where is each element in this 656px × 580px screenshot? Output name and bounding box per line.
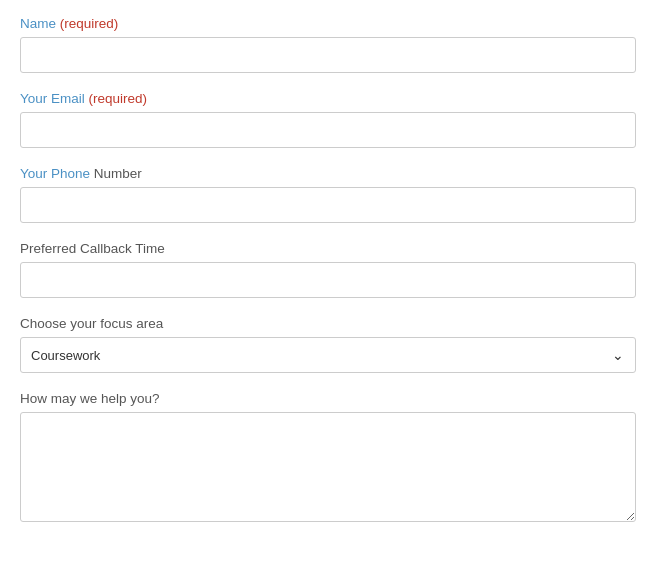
help-label-text: How may we help you? xyxy=(20,391,160,406)
email-required-text: (required) xyxy=(85,91,147,106)
name-field-group: Name (required) xyxy=(20,16,636,73)
name-required-text: (required) xyxy=(56,16,118,31)
help-textarea[interactable] xyxy=(20,412,636,522)
phone-input[interactable] xyxy=(20,187,636,223)
focus-select-wrapper: Coursework Exams Research Other ⌄ xyxy=(20,337,636,373)
focus-field-group: Choose your focus area Coursework Exams … xyxy=(20,316,636,373)
callback-field-group: Preferred Callback Time xyxy=(20,241,636,298)
name-label-text: Name xyxy=(20,16,56,31)
phone-label: Your Phone Number xyxy=(20,166,636,181)
focus-select[interactable]: Coursework Exams Research Other xyxy=(20,337,636,373)
focus-label-text: Choose your focus area xyxy=(20,316,163,331)
phone-label-prefix: Your Phone xyxy=(20,166,90,181)
phone-label-suffix: Number xyxy=(90,166,142,181)
email-field-group: Your Email (required) xyxy=(20,91,636,148)
email-label: Your Email (required) xyxy=(20,91,636,106)
email-label-text: Your Email xyxy=(20,91,85,106)
help-field-group: How may we help you? xyxy=(20,391,636,526)
name-label: Name (required) xyxy=(20,16,636,31)
help-label: How may we help you? xyxy=(20,391,636,406)
callback-label-text: Preferred Callback Time xyxy=(20,241,165,256)
email-input[interactable] xyxy=(20,112,636,148)
phone-field-group: Your Phone Number xyxy=(20,166,636,223)
callback-input[interactable] xyxy=(20,262,636,298)
name-input[interactable] xyxy=(20,37,636,73)
callback-label: Preferred Callback Time xyxy=(20,241,636,256)
focus-label: Choose your focus area xyxy=(20,316,636,331)
